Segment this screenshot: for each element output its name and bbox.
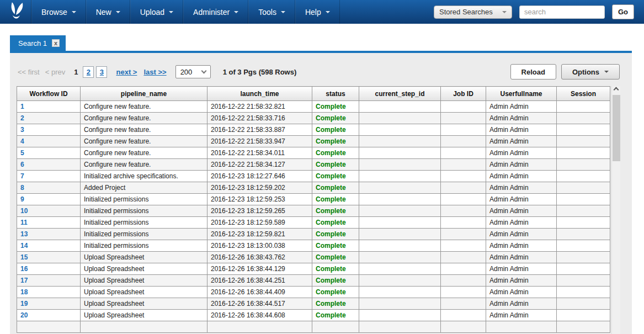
page-link-label[interactable]: 3 [100,68,104,76]
vertical-scrollbar[interactable] [611,86,620,334]
cell-launch-time: 2016-12-26 16:38:44.608 [207,310,312,321]
cell-userfullname: Admin Admin [486,310,557,321]
tab-search-1[interactable]: Search 1 x [10,35,66,51]
cell-workflow-id: 13 [17,229,81,240]
menu-administer[interactable]: Administer [183,0,248,24]
cell-launch-time: 2016-12-23 18:12:59.202 [207,182,312,194]
cell-current-step-id [359,147,441,159]
cell-empty [441,321,486,333]
cell-pipeline-name: Configure new feature. [81,147,207,159]
table-row: 7Initialized archive specifications.2016… [17,171,610,182]
page-link-3[interactable]: 3 [96,66,107,78]
page-link-2[interactable]: 2 [83,66,94,78]
cell-pipeline-name: Upload Spreadsheet [81,298,207,310]
menu-label: Browse [41,8,67,17]
navbar-menus: BrowseNewUploadAdministerToolsHelp [31,0,340,24]
cell-job-id [441,252,486,263]
column-header-session[interactable]: Session [557,87,610,101]
workflow-id-link[interactable]: 7 [20,172,24,180]
cell-status: Complete [312,147,359,159]
home-logo-link[interactable] [0,0,31,24]
last-page-link[interactable]: last >> [143,68,166,76]
cell-pipeline-name: Configure new feature. [81,159,207,171]
options-button[interactable]: Options [561,64,620,79]
workflow-id-link[interactable]: 5 [20,149,24,157]
workflow-id-link[interactable]: 18 [20,288,28,296]
cell-session [557,298,610,310]
cell-session [557,275,610,287]
cell-session [557,252,610,263]
reload-button[interactable]: Reload [510,64,556,79]
page-size-select[interactable]: 200 [175,65,211,78]
cell-workflow-id: 14 [17,240,81,252]
cell-status: Complete [312,287,359,298]
workflow-id-link[interactable]: 16 [20,265,28,273]
cell-launch-time: 2016-12-22 21:58:34.127 [207,159,312,171]
workflow-id-link[interactable]: 11 [20,219,28,226]
cell-workflow-id: 16 [17,263,81,275]
menu-tools[interactable]: Tools [248,0,295,24]
workflow-id-link[interactable]: 3 [20,126,24,134]
cell-session [557,159,610,171]
results-summary: 1 of 3 Pgs (598 Rows) [223,68,297,76]
column-header-userfullname[interactable]: Userfullname [486,87,557,101]
cell-job-id [441,205,486,217]
table-header-row: Workflow IDpipeline_namelaunch_timestatu… [17,87,610,101]
cell-workflow-id: 3 [17,124,81,136]
cell-userfullname: Admin Admin [486,298,557,310]
workflow-id-link[interactable]: 19 [20,300,28,308]
menu-label: Upload [140,8,164,17]
cell-job-id [441,240,486,252]
cell-userfullname: Admin Admin [486,182,557,194]
workflow-id-link[interactable]: 15 [20,253,28,261]
column-header-pipeline-name[interactable]: pipeline_name [81,87,207,101]
cell-empty [81,321,207,333]
cell-workflow-id: 4 [17,136,81,147]
workflow-table: Workflow IDpipeline_namelaunch_timestatu… [17,86,610,333]
menu-help[interactable]: Help [295,0,340,24]
workflow-id-link[interactable]: 10 [20,207,28,215]
stored-searches-dropdown[interactable]: Stored Searches [434,6,512,19]
cell-pipeline-name: Configure new feature. [81,101,207,113]
workflow-id-link[interactable]: 8 [20,184,24,192]
column-header-workflow-id[interactable]: Workflow ID [17,87,81,101]
workflow-id-link[interactable]: 6 [20,161,24,168]
workflow-id-link[interactable]: 13 [20,230,28,238]
go-button[interactable]: Go [612,4,634,19]
table-row: 1Configure new feature.2016-12-22 21:58:… [17,101,610,113]
next-page-link[interactable]: next > [116,68,137,76]
cell-current-step-id [359,252,441,263]
cell-current-step-id [359,171,441,182]
workflow-id-link[interactable]: 4 [20,137,24,145]
page-link-label[interactable]: 2 [87,68,91,76]
search-input[interactable] [519,6,605,19]
menu-new[interactable]: New [86,0,130,24]
scrollbar-thumb[interactable] [613,95,620,161]
workflow-id-link[interactable]: 20 [20,311,28,319]
cell-empty [312,321,359,333]
workflow-id-link[interactable]: 2 [20,114,24,122]
cell-pipeline-name: Upload Spreadsheet [81,263,207,275]
close-icon[interactable]: x [52,39,60,47]
caret-down-icon [234,11,238,13]
cell-job-id [441,287,486,298]
cell-status: Complete [312,298,359,310]
workflow-id-link[interactable]: 9 [20,195,24,203]
workflow-id-link[interactable]: 14 [20,242,28,250]
column-header-job-id[interactable]: Job ID [441,87,486,101]
cell-empty [359,321,441,333]
menu-label: Help [305,8,321,17]
workflow-id-link[interactable]: 17 [20,277,28,284]
pagination-toolbar: << first < prev 1 23 next > last >> 200 … [18,63,626,80]
menu-browse[interactable]: Browse [31,0,86,24]
cell-workflow-id: 17 [17,275,81,287]
cell-session [557,217,610,229]
scrollbar-up-icon[interactable] [614,87,619,93]
column-header-status[interactable]: status [312,87,359,101]
column-header-launch-time[interactable]: launch_time [207,87,312,101]
cell-current-step-id [359,298,441,310]
top-navbar: BrowseNewUploadAdministerToolsHelp Store… [0,0,644,24]
menu-upload[interactable]: Upload [130,0,183,24]
workflow-id-link[interactable]: 1 [20,103,24,110]
column-header-current-step-id[interactable]: current_step_id [359,87,441,101]
